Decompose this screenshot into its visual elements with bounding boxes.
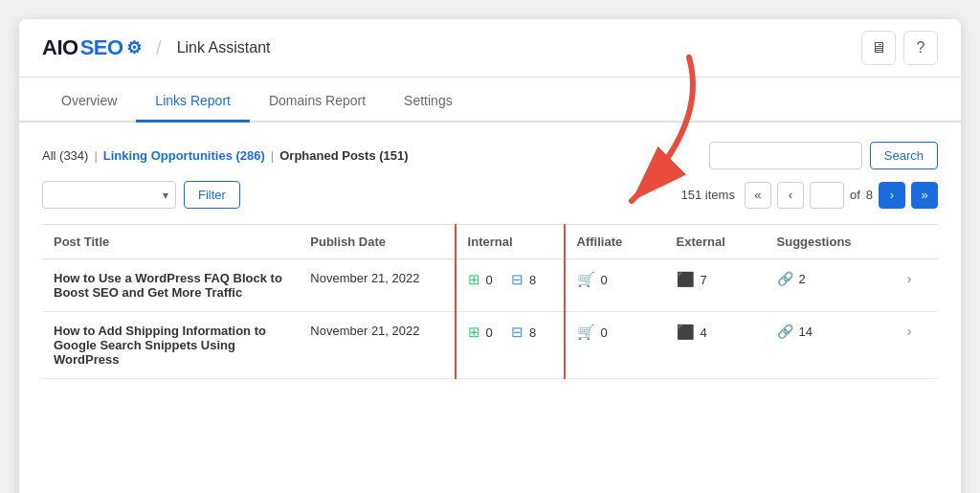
internal-num-1: ⊞ 0 ⊟ 8 [468, 271, 552, 288]
filter-sep-2: | [271, 148, 274, 163]
external-icon-2: ⬛ [677, 324, 695, 341]
affiliate-cell-2: 🛒 0 [565, 312, 665, 379]
internal-in-val-1: 0 [486, 273, 493, 287]
search-button[interactable]: Search [870, 142, 938, 169]
monitor-button[interactable]: 🖥 [861, 31, 896, 65]
filter-button[interactable]: Filter [184, 181, 240, 209]
header: AIOSEO⚙ / Link Assistant 🖥 ? [19, 19, 961, 78]
publish-date-2: November 21, 2022 [299, 312, 455, 379]
tab-links-report[interactable]: Links Report [136, 78, 250, 123]
help-icon: ? [917, 39, 925, 56]
table-row: How to Add Shipping Information to Googl… [42, 312, 938, 379]
header-title: Link Assistant [177, 39, 271, 56]
action-cell-2: › [888, 312, 938, 379]
pagination-prev[interactable]: ‹ [777, 182, 804, 209]
internal-out-val-2: 8 [529, 325, 536, 340]
logo-gear-icon: ⚙ [126, 37, 142, 58]
th-action [888, 225, 938, 259]
pagination-of: of [850, 188, 860, 202]
th-affiliate: Affiliate [565, 225, 665, 259]
th-internal: Internal [456, 225, 565, 259]
row-expand-2[interactable]: › [900, 320, 920, 343]
pagination-page-input[interactable]: 1 [810, 182, 844, 209]
post-title-1: How to Use a WordPress FAQ Block to Boos… [42, 259, 299, 312]
table-row: How to Use a WordPress FAQ Block to Boos… [42, 259, 938, 312]
filter-linking[interactable]: Linking Opportunities (286) [103, 148, 265, 163]
post-title-2: How to Add Shipping Information to Googl… [42, 312, 299, 379]
affiliate-val-1: 0 [601, 273, 608, 287]
sub-filter-right: 151 items « ‹ 1 of 8 › » [681, 182, 938, 209]
suggestions-cell-1: 🔗 2 [766, 259, 888, 312]
publish-date-1: November 21, 2022 [299, 259, 455, 312]
header-left: AIOSEO⚙ / Link Assistant [42, 35, 270, 60]
internal-cell-2: ⊞ 0 ⊟ 8 [456, 312, 565, 379]
tabs-bar: Overview Links Report Domains Report Set… [19, 78, 961, 123]
th-post-title: Post Title [42, 225, 299, 259]
internal-out-icon-1: ⊟ [511, 271, 523, 288]
tab-settings[interactable]: Settings [385, 78, 472, 123]
logo: AIOSEO⚙ [42, 35, 141, 60]
external-icon-1: ⬛ [677, 271, 695, 288]
sub-filter-row: Filter 151 items « ‹ 1 of 8 › » [42, 181, 938, 209]
filter-sep-1: | [94, 148, 97, 163]
content: All (334) | Linking Opportunities (286) … [19, 123, 961, 398]
pagination-first[interactable]: « [745, 182, 771, 209]
row-expand-1[interactable]: › [900, 267, 920, 290]
help-button[interactable]: ? [903, 31, 938, 65]
affiliate-icon-1: 🛒 [577, 271, 595, 288]
external-cell-2: ⬛ 4 [665, 312, 766, 379]
monitor-icon: 🖥 [871, 39, 886, 56]
filter-row: All (334) | Linking Opportunities (286) … [42, 142, 938, 169]
internal-in-icon-2: ⊞ [468, 324, 480, 341]
pagination-next[interactable]: › [879, 182, 905, 209]
external-val-1: 7 [701, 273, 707, 287]
external-val-2: 4 [701, 325, 707, 340]
header-divider: / [156, 37, 162, 59]
affiliate-icon-2: 🛒 [577, 324, 595, 341]
internal-in-icon-1: ⊞ [468, 271, 480, 288]
internal-num-2: ⊞ 0 ⊟ 8 [468, 324, 552, 341]
data-table: Post Title Publish Date Internal Affilia… [42, 224, 938, 379]
suggestions-val-2: 14 [799, 325, 813, 339]
th-publish-date: Publish Date [299, 225, 455, 259]
search-input[interactable] [709, 142, 862, 169]
header-actions: 🖥 ? [861, 31, 938, 65]
internal-cell-1: ⊞ 0 ⊟ 8 [456, 259, 565, 312]
tab-overview[interactable]: Overview [42, 78, 136, 123]
affiliate-val-2: 0 [601, 325, 608, 340]
suggestions-cell-2: 🔗 14 [766, 312, 888, 379]
internal-out-icon-2: ⊟ [511, 324, 523, 341]
suggestions-val-1: 2 [799, 272, 806, 286]
filter-row-right: Search [709, 142, 938, 169]
internal-in-val-2: 0 [486, 325, 493, 340]
suggestions-icon-2: 🔗 [777, 324, 793, 339]
filter-row-left: All (334) | Linking Opportunities (286) … [42, 148, 409, 163]
pagination-total: 8 [866, 188, 873, 202]
external-cell-1: ⬛ 7 [665, 259, 766, 312]
logo-aio-text: AIO [42, 35, 78, 60]
logo-seo-text: SEO [80, 35, 123, 60]
th-suggestions: Suggestions [766, 225, 888, 259]
suggestions-icon-1: 🔗 [777, 271, 793, 286]
affiliate-cell-1: 🛒 0 [565, 259, 665, 312]
filter-dropdown[interactable] [42, 181, 176, 209]
tab-domains-report[interactable]: Domains Report [250, 78, 385, 123]
internal-out-val-1: 8 [529, 273, 536, 287]
items-count: 151 items [681, 188, 735, 202]
sub-filter-left: Filter [42, 181, 240, 209]
filter-orphaned[interactable]: Orphaned Posts (151) [279, 148, 408, 163]
th-external: External [665, 225, 766, 259]
dropdown-wrapper [42, 181, 176, 209]
action-cell-1: › [888, 259, 938, 312]
app-frame: AIOSEO⚙ / Link Assistant 🖥 ? Overview Li… [19, 19, 961, 493]
filter-all[interactable]: All (334) [42, 148, 88, 163]
pagination-last[interactable]: » [911, 182, 938, 209]
